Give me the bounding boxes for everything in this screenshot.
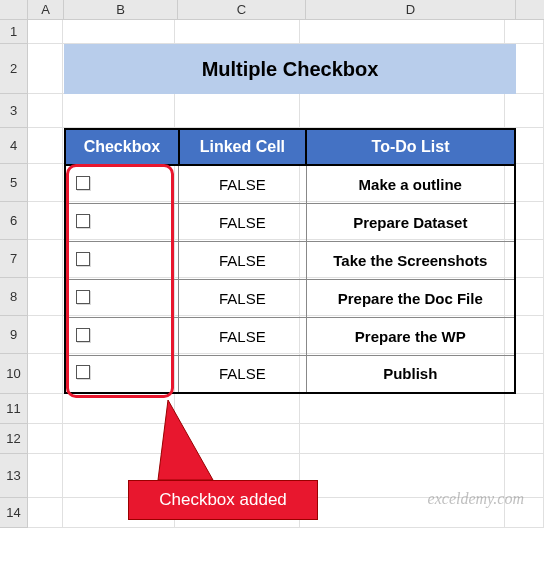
checkbox-cell [65,279,179,317]
todo-value: Make a outline [306,165,515,203]
row-header-8[interactable]: 8 [0,278,27,316]
linked-cell-value: FALSE [179,355,306,393]
checkbox-icon[interactable] [76,290,90,304]
linked-cell-value: FALSE [179,241,306,279]
linked-cell-value: FALSE [179,279,306,317]
row-headers: 1234567891011121314 [0,20,28,528]
watermark: exceldemy.com [428,490,524,508]
table-row: FALSEPrepare Dataset [65,203,515,241]
checkbox-cell [65,355,179,393]
table-row: FALSEPrepare the WP [65,317,515,355]
header-checkbox: Checkbox [65,129,179,165]
todo-value: Prepare the Doc File [306,279,515,317]
row-header-12[interactable]: 12 [0,424,27,454]
linked-cell-value: FALSE [179,317,306,355]
data-table: Checkbox Linked Cell To-Do List FALSEMak… [64,128,516,394]
todo-value: Take the Screenshots [306,241,515,279]
row-header-14[interactable]: 14 [0,498,27,528]
row-header-5[interactable]: 5 [0,164,27,202]
col-header-d[interactable]: D [306,0,516,19]
col-header-c[interactable]: C [178,0,306,19]
row-header-11[interactable]: 11 [0,394,27,424]
col-header-a[interactable]: A [28,0,64,19]
todo-value: Prepare the WP [306,317,515,355]
checkbox-icon[interactable] [76,176,90,190]
table-row: FALSEPublish [65,355,515,393]
callout-box: Checkbox added [128,480,318,520]
table-row: FALSEMake a outline [65,165,515,203]
row-header-1[interactable]: 1 [0,20,27,44]
checkbox-cell [65,241,179,279]
checkbox-icon[interactable] [76,214,90,228]
select-all-corner[interactable] [0,0,28,19]
row-header-4[interactable]: 4 [0,128,27,164]
todo-value: Publish [306,355,515,393]
row-header-6[interactable]: 6 [0,202,27,240]
checkbox-cell [65,317,179,355]
row-header-13[interactable]: 13 [0,454,27,498]
checkbox-icon[interactable] [76,365,90,379]
title-band: Multiple Checkbox [64,44,516,94]
row-header-9[interactable]: 9 [0,316,27,354]
checkbox-cell [65,165,179,203]
table-header-row: Checkbox Linked Cell To-Do List [65,129,515,165]
linked-cell-value: FALSE [179,165,306,203]
page-title: Multiple Checkbox [202,58,379,81]
checkbox-cell [65,203,179,241]
row-header-7[interactable]: 7 [0,240,27,278]
row-header-2[interactable]: 2 [0,44,27,94]
row-header-3[interactable]: 3 [0,94,27,128]
table-row: FALSEPrepare the Doc File [65,279,515,317]
column-headers: A B C D [0,0,544,20]
callout-text: Checkbox added [159,490,287,510]
header-linked: Linked Cell [179,129,306,165]
header-todo: To-Do List [306,129,515,165]
row-header-10[interactable]: 10 [0,354,27,394]
linked-cell-value: FALSE [179,203,306,241]
table-row: FALSETake the Screenshots [65,241,515,279]
col-header-b[interactable]: B [64,0,178,19]
checkbox-icon[interactable] [76,328,90,342]
todo-value: Prepare Dataset [306,203,515,241]
checkbox-icon[interactable] [76,252,90,266]
